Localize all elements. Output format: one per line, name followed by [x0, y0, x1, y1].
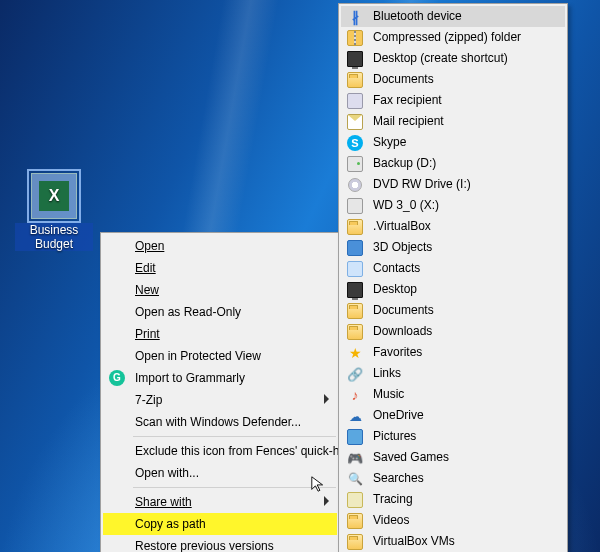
send-to-item-tracing[interactable]: Tracing: [341, 489, 565, 510]
send-to-item-desktop-shortcut[interactable]: Desktop (create shortcut): [341, 48, 565, 69]
send-to-item-searches[interactable]: 🔍Searches: [341, 468, 565, 489]
ctx-restore-previous[interactable]: Restore previous versions: [103, 535, 337, 552]
send-to-item-label: Saved Games: [373, 450, 449, 464]
skype-icon: S: [347, 135, 363, 151]
send-to-item-3d-objects[interactable]: 3D Objects: [341, 237, 565, 258]
grammarly-icon: G: [109, 370, 125, 386]
ctx-copy-as-path[interactable]: Copy as path: [103, 513, 337, 535]
desktop[interactable]: X Business Budget Open Edit New Open as …: [0, 0, 600, 552]
ctx-7zip[interactable]: 7-Zip: [103, 389, 337, 411]
send-to-item-label: Links: [373, 366, 401, 380]
send-to-item-label: Videos: [373, 513, 409, 527]
ctx-print-label: Print: [135, 327, 160, 341]
contacts-icon: [347, 261, 363, 277]
folder-icon: [347, 72, 363, 88]
send-to-item-documents2[interactable]: Documents: [341, 300, 565, 321]
ctx-open[interactable]: Open: [103, 235, 337, 257]
ctx-scan-defender-label: Scan with Windows Defender...: [135, 415, 301, 429]
ctx-exclude-fences[interactable]: Exclude this icon from Fences' quick-hid…: [103, 440, 337, 462]
dvd-icon: [347, 177, 363, 193]
send-to-item-label: Desktop (create shortcut): [373, 51, 508, 65]
send-to-item-label: Pictures: [373, 429, 416, 443]
monitor-icon: [347, 51, 363, 67]
games-icon: 🎮: [347, 450, 363, 466]
send-to-item-downloads[interactable]: Downloads: [341, 321, 565, 342]
folder-icon: [347, 219, 363, 235]
ctx-exclude-fences-label: Exclude this icon from Fences' quick-hid…: [135, 444, 355, 458]
send-to-item-dvd-rw[interactable]: DVD RW Drive (I:): [341, 174, 565, 195]
send-to-item-mail[interactable]: Mail recipient: [341, 111, 565, 132]
drive-icon: [347, 156, 363, 172]
pictures-icon: [347, 429, 363, 445]
folder-icon: [347, 513, 363, 529]
ctx-edit[interactable]: Edit: [103, 257, 337, 279]
send-to-item-favorites[interactable]: ★Favorites: [341, 342, 565, 363]
monitor-icon: [347, 282, 363, 298]
send-to-item-skype[interactable]: SSkype: [341, 132, 565, 153]
send-to-item-onedrive[interactable]: ☁OneDrive: [341, 405, 565, 426]
star-icon: ★: [347, 345, 363, 361]
send-to-item-videos[interactable]: Videos: [341, 510, 565, 531]
send-to-item-wd30[interactable]: WD 3_0 (X:): [341, 195, 565, 216]
ctx-new[interactable]: New: [103, 279, 337, 301]
send-to-item-label: Fax recipient: [373, 93, 442, 107]
send-to-item-virtualbox-folder[interactable]: .VirtualBox: [341, 216, 565, 237]
send-to-item-pictures[interactable]: Pictures: [341, 426, 565, 447]
excel-file-icon: X: [31, 173, 77, 219]
desktop-file-label: Business Budget: [15, 223, 93, 251]
tracing-icon: [347, 492, 363, 508]
folder-icon: [347, 324, 363, 340]
ctx-copy-as-path-label: Copy as path: [135, 517, 206, 531]
submenu-arrow-icon: [324, 496, 329, 506]
cube-icon: [347, 240, 363, 256]
ctx-scan-defender[interactable]: Scan with Windows Defender...: [103, 411, 337, 433]
context-menu: Open Edit New Open as Read-Only Print Op…: [100, 232, 340, 552]
send-to-item-zipped[interactable]: Compressed (zipped) folder: [341, 27, 565, 48]
submenu-arrow-icon: [324, 394, 329, 404]
zip-icon: [347, 30, 363, 46]
send-to-item-label: OneDrive: [373, 408, 424, 422]
folder-icon: [347, 534, 363, 550]
send-to-item-label: Compressed (zipped) folder: [373, 30, 521, 44]
ctx-share-with[interactable]: Share with: [103, 491, 337, 513]
send-to-item-bluetooth[interactable]: ∦Bluetooth device: [341, 6, 565, 27]
send-to-item-label: Downloads: [373, 324, 432, 338]
send-to-item-label: Contacts: [373, 261, 420, 275]
send-to-item-links[interactable]: 🔗Links: [341, 363, 565, 384]
ctx-open-label: Open: [135, 239, 164, 253]
menu-separator: [133, 487, 336, 488]
ctx-restore-previous-label: Restore previous versions: [135, 539, 274, 552]
cloud-icon: ☁: [347, 408, 363, 424]
link-icon: 🔗: [347, 366, 363, 382]
send-to-item-documents[interactable]: Documents: [341, 69, 565, 90]
ctx-open-protected-label: Open in Protected View: [135, 349, 261, 363]
send-to-item-desktop[interactable]: Desktop: [341, 279, 565, 300]
ctx-edit-label: Edit: [135, 261, 156, 275]
ctx-import-grammarly-label: Import to Grammarly: [135, 371, 245, 385]
ctx-open-readonly[interactable]: Open as Read-Only: [103, 301, 337, 323]
send-to-item-saved-games[interactable]: 🎮Saved Games: [341, 447, 565, 468]
send-to-item-label: Documents: [373, 72, 434, 86]
ctx-import-grammarly[interactable]: G Import to Grammarly: [103, 367, 337, 389]
send-to-item-virtualbox-vms[interactable]: VirtualBox VMs: [341, 531, 565, 552]
fax-icon: [347, 93, 363, 109]
search-icon: 🔍: [347, 471, 363, 487]
send-to-item-label: Mail recipient: [373, 114, 444, 128]
send-to-item-backup-d[interactable]: Backup (D:): [341, 153, 565, 174]
send-to-item-label: Tracing: [373, 492, 413, 506]
ctx-open-protected[interactable]: Open in Protected View: [103, 345, 337, 367]
send-to-item-label: Skype: [373, 135, 406, 149]
send-to-item-music[interactable]: ♪Music: [341, 384, 565, 405]
folder-icon: [347, 303, 363, 319]
send-to-item-label: DVD RW Drive (I:): [373, 177, 471, 191]
send-to-item-label: VirtualBox VMs: [373, 534, 455, 548]
send-to-item-contacts[interactable]: Contacts: [341, 258, 565, 279]
ctx-new-label: New: [135, 283, 159, 297]
ctx-open-with-label: Open with...: [135, 466, 199, 480]
desktop-file-excel[interactable]: X Business Budget: [18, 173, 90, 251]
send-to-item-fax[interactable]: Fax recipient: [341, 90, 565, 111]
ctx-open-with[interactable]: Open with...: [103, 462, 337, 484]
ctx-print[interactable]: Print: [103, 323, 337, 345]
send-to-item-label: Music: [373, 387, 404, 401]
menu-separator: [133, 436, 336, 437]
